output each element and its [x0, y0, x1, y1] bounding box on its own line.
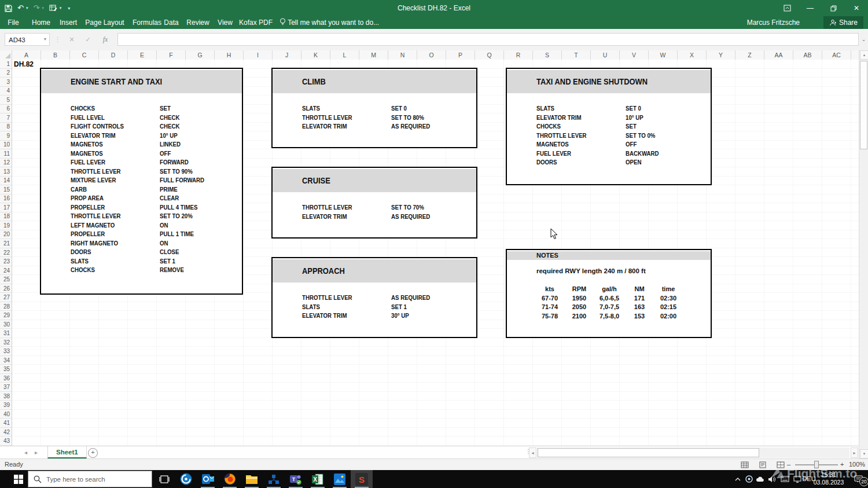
column-header-a[interactable]: A: [12, 50, 41, 60]
row-header-1[interactable]: 1: [0, 60, 12, 69]
column-header-m[interactable]: M: [359, 50, 388, 60]
taskbar-excel-icon[interactable]: X: [307, 470, 329, 488]
row-header-35[interactable]: 35: [0, 365, 12, 374]
column-header-y[interactable]: Y: [707, 50, 735, 60]
page-layout-view-icon[interactable]: [756, 461, 769, 469]
tab-view[interactable]: View: [218, 16, 233, 29]
tray-touch-keyboard-icon[interactable]: [779, 470, 790, 488]
taskbar-outlook-icon[interactable]: [197, 470, 219, 488]
vertical-scrollbar[interactable]: ▴ ▾: [859, 50, 868, 458]
tray-volume-icon[interactable]: [766, 470, 777, 488]
zoom-out-icon[interactable]: –: [787, 459, 790, 470]
column-header-z[interactable]: Z: [735, 50, 764, 60]
minimize-button[interactable]: —: [799, 0, 822, 16]
column-header-d[interactable]: D: [99, 50, 128, 60]
taskbar-search-input[interactable]: Type here to search: [28, 471, 152, 487]
row-header-6[interactable]: 6: [0, 105, 12, 114]
column-header-l[interactable]: L: [330, 50, 359, 60]
zoom-slider-thumb[interactable]: [814, 461, 819, 468]
row-header-30[interactable]: 30: [0, 320, 12, 329]
tab-page-layout[interactable]: Page Layout: [85, 16, 124, 29]
tab-home[interactable]: Home: [32, 16, 50, 29]
tray-clock[interactable]: 15:31 03.08.2023: [810, 471, 847, 487]
column-header-ac[interactable]: AC: [822, 50, 851, 60]
column-header-ab[interactable]: AB: [793, 50, 822, 60]
tray-blue-circle-app-icon[interactable]: [744, 470, 754, 488]
row-header-24[interactable]: 24: [0, 266, 12, 276]
expand-formula-bar-icon[interactable]: ⌄: [860, 33, 867, 46]
tab-kofax-pdf[interactable]: Kofax PDF: [239, 16, 273, 29]
row-header-4[interactable]: 4: [0, 87, 12, 96]
tab-data[interactable]: Data: [164, 16, 178, 29]
row-header-11[interactable]: 11: [0, 149, 12, 159]
taskbar-snagit-icon[interactable]: S: [351, 470, 373, 488]
tab-formulas[interactable]: Formulas: [133, 16, 161, 29]
row-header-25[interactable]: 25: [0, 275, 12, 284]
taskbar-hub-app-icon[interactable]: [263, 470, 285, 488]
start-button[interactable]: [9, 470, 28, 488]
row-header-14[interactable]: 14: [0, 177, 12, 186]
column-header-r[interactable]: R: [504, 50, 533, 60]
restore-button[interactable]: [822, 0, 845, 16]
row-header-42[interactable]: 42: [0, 428, 12, 437]
row-header-29[interactable]: 29: [0, 311, 12, 320]
ribbon-display-options-icon[interactable]: [775, 0, 799, 16]
row-header-19[interactable]: 19: [0, 221, 12, 230]
column-header-h[interactable]: H: [215, 50, 244, 60]
normal-view-icon[interactable]: [738, 461, 751, 469]
horizontal-scrollbar[interactable]: [537, 447, 849, 458]
row-header-28[interactable]: 28: [0, 302, 12, 311]
taskbar-teams-icon[interactable]: T: [285, 470, 307, 488]
next-sheet-icon[interactable]: ▸: [35, 446, 38, 459]
column-header-s[interactable]: S: [533, 50, 562, 60]
row-header-33[interactable]: 33: [0, 347, 12, 356]
column-header-v[interactable]: V: [620, 50, 649, 60]
column-header-g[interactable]: G: [186, 50, 215, 60]
vertical-scroll-thumb[interactable]: [860, 61, 867, 149]
row-header-5[interactable]: 5: [0, 96, 12, 105]
column-header-u[interactable]: U: [591, 50, 620, 60]
row-header-31[interactable]: 31: [0, 329, 12, 338]
column-header-w[interactable]: W: [649, 50, 678, 60]
row-header-22[interactable]: 22: [0, 248, 12, 258]
column-header-aa[interactable]: AA: [764, 50, 793, 60]
column-header-f[interactable]: F: [157, 50, 186, 60]
tray-chevron-up-icon[interactable]: [733, 470, 743, 488]
column-header-c[interactable]: C: [70, 50, 99, 60]
cell-a1[interactable]: DH.82: [14, 60, 34, 69]
column-header-q[interactable]: Q: [475, 50, 504, 60]
row-header-32[interactable]: 32: [0, 338, 12, 347]
tab-file[interactable]: File: [8, 16, 19, 29]
row-header-13[interactable]: 13: [0, 167, 12, 177]
insert-function-icon[interactable]: fx: [100, 33, 111, 46]
row-header-2[interactable]: 2: [0, 69, 12, 78]
row-header-17[interactable]: 17: [0, 203, 12, 212]
row-header-36[interactable]: 36: [0, 374, 12, 383]
row-header-8[interactable]: 8: [0, 123, 12, 132]
row-header-7[interactable]: 7: [0, 113, 12, 123]
taskbar-photos-icon[interactable]: [329, 470, 351, 488]
tab-insert[interactable]: Insert: [60, 16, 77, 29]
column-header-p[interactable]: P: [446, 50, 475, 60]
column-header-t[interactable]: T: [562, 50, 591, 60]
row-header-37[interactable]: 37: [0, 383, 12, 392]
user-name[interactable]: Marcus Fritzsche: [747, 16, 800, 29]
taskbar-firefox-icon[interactable]: [219, 470, 241, 488]
row-header-38[interactable]: 38: [0, 392, 12, 401]
row-header-39[interactable]: 39: [0, 401, 12, 410]
column-header-k[interactable]: K: [301, 50, 330, 60]
column-header-j[interactable]: J: [273, 50, 301, 60]
scroll-down-icon[interactable]: ▾: [860, 449, 868, 458]
column-header-e[interactable]: E: [128, 50, 157, 60]
scroll-up-icon[interactable]: ▴: [860, 50, 868, 60]
taskbar-blue-circle-app-icon[interactable]: [175, 470, 197, 488]
row-header-18[interactable]: 18: [0, 212, 12, 222]
prev-sheet-icon[interactable]: ◂: [24, 446, 27, 459]
zoom-level[interactable]: 100%: [849, 459, 865, 470]
row-header-10[interactable]: 10: [0, 141, 12, 150]
row-header-3[interactable]: 3: [0, 78, 12, 87]
row-header-16[interactable]: 16: [0, 195, 12, 204]
name-box-dropdown-icon[interactable]: ▾: [41, 33, 50, 46]
page-break-view-icon[interactable]: [774, 461, 787, 469]
column-header-b[interactable]: B: [41, 50, 70, 60]
